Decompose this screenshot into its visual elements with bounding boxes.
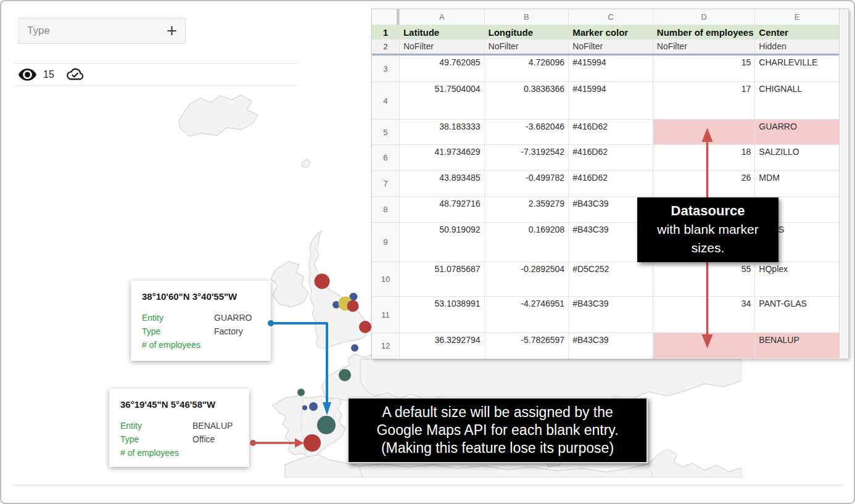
row-number[interactable]: 8 xyxy=(372,197,400,222)
map-marker[interactable] xyxy=(351,344,358,352)
cell-latitude[interactable]: 43.893485 xyxy=(400,171,485,196)
map-infowindow-benalup: 36°19'45"N 5°46'58"W Entity BENALUP Type… xyxy=(109,389,249,467)
cell-longitude[interactable]: 0.169208 xyxy=(485,223,569,262)
field-value: Office xyxy=(192,432,215,446)
cell-latitude[interactable]: 49.762085 xyxy=(400,56,485,81)
cell-latitude[interactable]: 38.183333 xyxy=(400,120,485,144)
map-marker[interactable] xyxy=(315,274,330,289)
cell-employees[interactable]: 17 xyxy=(653,82,756,119)
row-number[interactable]: 9 xyxy=(372,223,400,262)
table-row: 1236.3292794-5.7826597#B43C39BENALUP xyxy=(372,333,840,359)
cell-employees[interactable]: 55 xyxy=(653,262,756,296)
cell-longitude[interactable]: -4.2746951 xyxy=(485,297,569,333)
filter-employees[interactable]: NoFilter xyxy=(653,39,756,53)
map-landmass xyxy=(271,262,308,307)
header-marker-color[interactable]: Marker color xyxy=(569,25,653,39)
cell-marker-color[interactable]: #B43C39 xyxy=(569,333,653,358)
cell-latitude[interactable]: 51.0785687 xyxy=(400,262,485,296)
infowindow-coordinates: 38°10'60"N 3°40'55"W xyxy=(142,291,271,302)
annotation-line: sizes. xyxy=(637,239,779,257)
column-header-a[interactable]: A xyxy=(400,9,485,25)
filter-longitude[interactable]: NoFilter xyxy=(485,39,569,53)
row-number[interactable]: 3 xyxy=(372,56,400,81)
row-number[interactable]: 5 xyxy=(372,120,400,144)
cell-latitude[interactable]: 48.792716 xyxy=(400,197,485,222)
table-row: 349.7620854.726096#41599415CHARLEVILLE xyxy=(372,56,840,82)
filter-latitude[interactable]: NoFilter xyxy=(400,39,485,53)
annotation-line: with blank marker xyxy=(637,220,779,239)
cell-center[interactable]: MDM xyxy=(755,171,840,196)
cell-latitude[interactable]: 41.9734629 xyxy=(400,145,485,170)
cell-center[interactable]: CHARLEVILLE xyxy=(755,56,840,81)
column-header-c[interactable]: C xyxy=(569,9,653,25)
map-marker[interactable] xyxy=(317,416,336,434)
map-marker[interactable] xyxy=(309,402,318,411)
cell-longitude[interactable]: -0.499782 xyxy=(485,171,569,196)
row-number[interactable]: 12 xyxy=(372,333,400,358)
map-landmass xyxy=(179,95,258,136)
row-number[interactable]: 7 xyxy=(372,171,400,196)
row-number[interactable]: 2 xyxy=(372,39,400,53)
map-marker[interactable] xyxy=(339,369,351,381)
cell-center[interactable]: CHIGNALL xyxy=(755,82,840,119)
cell-center[interactable]: PANT-GLAS xyxy=(755,297,840,333)
row-number[interactable]: 11 xyxy=(372,297,400,333)
sheet-scrollbar[interactable] xyxy=(839,9,848,358)
cell-marker-color[interactable]: #415994 xyxy=(569,56,653,81)
cell-employees[interactable]: 26 xyxy=(653,171,756,196)
cell-latitude[interactable]: 50.919092 xyxy=(400,223,485,262)
cell-center[interactable]: SALZILLO xyxy=(755,145,840,170)
cell-latitude[interactable]: 36.3292794 xyxy=(400,333,485,358)
type-filter-box[interactable]: Type + xyxy=(19,18,186,44)
sheet-corner-cell[interactable] xyxy=(372,9,400,25)
cell-employees[interactable] xyxy=(653,120,756,144)
cell-employees[interactable]: 15 xyxy=(653,56,756,81)
filter-center[interactable]: Hidden xyxy=(755,39,840,53)
eye-icon[interactable] xyxy=(18,67,37,83)
cell-center[interactable]: BENALUP xyxy=(755,333,840,358)
map-marker[interactable] xyxy=(297,389,305,396)
cell-employees[interactable]: 34 xyxy=(653,297,756,333)
cell-employees[interactable] xyxy=(653,333,756,358)
cell-center[interactable]: HQplex xyxy=(755,262,840,296)
map-marker[interactable] xyxy=(359,321,371,333)
bottom-divider xyxy=(14,485,844,485)
column-header-e[interactable]: E xyxy=(755,9,840,25)
cell-latitude[interactable]: 51.7504004 xyxy=(400,82,485,119)
row-number[interactable]: 4 xyxy=(372,82,400,119)
cell-marker-color[interactable]: #416D62 xyxy=(569,171,653,196)
map-marker[interactable] xyxy=(347,300,359,312)
row-number[interactable]: 6 xyxy=(372,145,400,170)
column-header-b[interactable]: B xyxy=(485,9,569,25)
cell-longitude[interactable]: -0.2892504 xyxy=(485,262,569,296)
column-header-d[interactable]: D xyxy=(653,9,756,25)
table-row: 641.9734629-7.3192542#416D6218SALZILLO xyxy=(372,145,840,171)
header-employees[interactable]: Number of employees xyxy=(653,25,756,39)
add-filter-button[interactable]: + xyxy=(167,25,177,37)
cell-employees[interactable]: 18 xyxy=(653,145,756,170)
map-marker[interactable] xyxy=(302,405,307,410)
header-center[interactable]: Center xyxy=(755,25,840,39)
cell-longitude[interactable]: -5.7826597 xyxy=(485,333,569,358)
cell-marker-color[interactable]: #415994 xyxy=(569,82,653,119)
field-label: Type xyxy=(120,432,192,446)
header-latitude[interactable]: Latitude xyxy=(400,25,485,39)
row-number[interactable]: 1 xyxy=(372,25,400,39)
cell-longitude[interactable]: -3.682046 xyxy=(485,120,569,144)
cell-marker-color[interactable]: #416D62 xyxy=(569,120,653,144)
row-number[interactable]: 10 xyxy=(372,262,400,296)
cell-latitude[interactable]: 53.1038991 xyxy=(400,297,485,333)
filter-marker-color[interactable]: NoFilter xyxy=(569,39,653,53)
header-longitude[interactable]: Longitude xyxy=(485,25,569,39)
cell-longitude[interactable]: 0.3836366 xyxy=(485,82,569,119)
infowindow-coordinates: 36°19'45"N 5°46'58"W xyxy=(120,399,249,410)
cell-center[interactable]: GUARRO xyxy=(755,120,840,144)
cell-marker-color[interactable]: #B43C39 xyxy=(569,297,653,333)
cell-longitude[interactable]: 4.726096 xyxy=(485,56,569,81)
cell-marker-color[interactable]: #D5C252 xyxy=(569,262,653,296)
field-label: # of employees xyxy=(120,446,192,460)
cell-marker-color[interactable]: #416D62 xyxy=(569,145,653,170)
cell-longitude[interactable]: 2.359279 xyxy=(485,197,569,222)
cell-longitude[interactable]: -7.3192542 xyxy=(485,145,569,170)
map-marker[interactable] xyxy=(304,434,321,452)
